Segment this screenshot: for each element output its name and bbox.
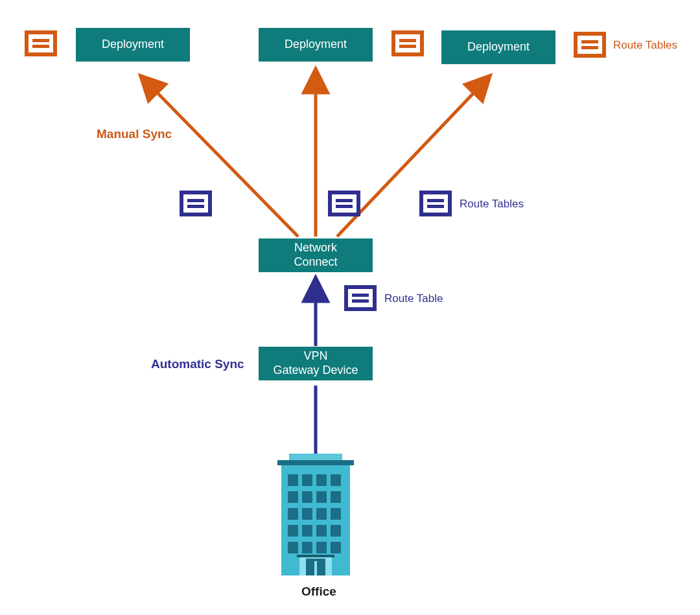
svg-rect-25 <box>302 542 312 553</box>
deployment-label: Deployment <box>285 38 347 52</box>
svg-rect-14 <box>316 491 327 503</box>
deployment-node: Deployment <box>259 28 373 62</box>
route-table-icon <box>419 191 452 216</box>
route-table-icon <box>391 30 424 56</box>
office-label: Office <box>301 585 336 599</box>
deployment-node: Deployment <box>76 28 190 62</box>
route-table-icon <box>25 30 57 56</box>
svg-rect-8 <box>288 474 298 486</box>
svg-rect-19 <box>331 508 341 520</box>
deployment-label: Deployment <box>102 38 164 52</box>
svg-rect-30 <box>314 561 317 575</box>
svg-rect-7 <box>289 454 342 460</box>
svg-rect-20 <box>288 525 298 537</box>
svg-rect-22 <box>316 525 327 537</box>
svg-rect-6 <box>277 460 354 465</box>
svg-rect-13 <box>302 491 312 503</box>
deployment-node: Deployment <box>441 30 555 64</box>
route-table-icon <box>574 32 606 58</box>
svg-rect-12 <box>288 491 298 503</box>
vpn-gateway-node: VPN Gateway Device <box>259 347 373 380</box>
automatic-sync-label: Automatic Sync <box>151 357 244 371</box>
svg-rect-15 <box>331 491 341 503</box>
network-connect-node: Network Connect <box>259 238 373 272</box>
manual-sync-label: Manual Sync <box>97 127 172 141</box>
svg-rect-27 <box>331 542 341 553</box>
route-table-label: Route Table <box>384 292 443 305</box>
svg-rect-9 <box>302 474 312 486</box>
svg-rect-11 <box>331 474 341 486</box>
svg-rect-17 <box>302 508 312 520</box>
route-table-icon <box>344 285 377 311</box>
vpn-gateway-label: VPN Gateway Device <box>273 349 358 377</box>
route-tables-label: Route Tables <box>460 198 524 211</box>
svg-rect-23 <box>331 525 341 537</box>
svg-rect-18 <box>316 508 327 520</box>
svg-rect-31 <box>297 555 334 557</box>
svg-rect-16 <box>288 508 298 520</box>
svg-line-2 <box>141 76 298 237</box>
deployment-label: Deployment <box>467 40 530 54</box>
route-tables-label: Route Tables <box>613 39 677 52</box>
network-connect-label: Network Connect <box>294 241 337 269</box>
svg-rect-26 <box>316 542 327 553</box>
office-building-icon <box>277 454 354 579</box>
svg-rect-24 <box>288 542 298 553</box>
svg-rect-10 <box>316 474 327 486</box>
route-table-icon <box>328 191 360 216</box>
diagram-stage: Deployment Deployment Deployment Route T… <box>0 0 700 615</box>
svg-rect-21 <box>302 525 312 537</box>
route-table-icon <box>180 191 212 216</box>
